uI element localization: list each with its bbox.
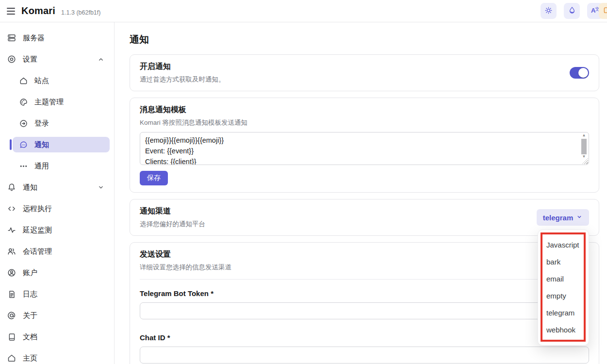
droplet-icon <box>568 6 576 16</box>
bot-token-label: Telegram Bot Token * <box>140 289 589 298</box>
scroll-down-icon[interactable]: ▼ <box>582 154 586 159</box>
bot-token-input[interactable] <box>140 302 589 319</box>
sidebar-item-label: 登录 <box>34 119 49 128</box>
selected-channel-value: telegram <box>543 214 574 222</box>
chevron-down-icon <box>576 214 583 222</box>
sidebar-item-settings[interactable]: 设置 <box>4 51 110 67</box>
sidebar-item-latency[interactable]: 延迟监测 <box>4 222 110 238</box>
app-header: Komari 1.1.3 (b62fb1f) A 文 <box>0 0 607 22</box>
sidebar-item-logs[interactable]: 日志 <box>4 286 110 302</box>
save-button[interactable]: 保存 <box>140 171 168 185</box>
account-circle-icon <box>7 268 16 278</box>
orange-partial-icon <box>603 6 607 16</box>
textarea-scrollbar[interactable]: ▲ ▼ <box>580 133 588 164</box>
sidebar-item-label: 主页 <box>23 354 37 363</box>
toggle-knob <box>578 68 588 78</box>
sidebar-item-label: 通知 <box>23 183 37 192</box>
channel-option-webhook[interactable]: webhook <box>538 321 589 338</box>
channel-option-bark[interactable]: bark <box>538 253 589 270</box>
channel-option-javascript[interactable]: Javascript <box>538 236 589 253</box>
sidebar-item-label: 通知 <box>34 140 49 149</box>
template-card-subtitle: Komari 将按照消息通知模板发送通知 <box>140 118 589 127</box>
settings-icon <box>7 54 16 64</box>
server-icon <box>7 33 16 43</box>
sidebar-item-label: 主题管理 <box>34 98 64 107</box>
sidebar-item-theme[interactable]: 主题管理 <box>13 94 110 110</box>
sidebar-item-notify-section[interactable]: 通知 <box>4 180 110 195</box>
home-icon <box>18 76 28 85</box>
send-card-subtitle: 详细设置您选择的信息发送渠道 <box>140 263 589 272</box>
page-title: 通知 <box>130 33 599 46</box>
users-icon <box>7 247 16 256</box>
channel-dropdown: telegram Javascript bark email empty tel… <box>537 209 589 226</box>
channel-dropdown-menu: Javascript bark email empty telegram web… <box>538 230 589 346</box>
code-icon <box>7 204 16 214</box>
scroll-up-icon[interactable]: ▲ <box>582 133 586 138</box>
app-version: 1.1.3 (b62fb1f) <box>61 9 100 16</box>
book-icon <box>7 332 16 342</box>
activity-icon <box>7 225 16 235</box>
template-textarea[interactable]: {{emoji}}{{emoji}}{{emoji}} Event: {{eve… <box>140 132 589 165</box>
home-icon <box>7 353 16 363</box>
send-card-title: 发送设置 <box>140 249 589 260</box>
appearance-color-button[interactable] <box>564 3 580 19</box>
sidebar-item-label: 站点 <box>34 76 49 85</box>
bell-icon <box>7 182 16 192</box>
sidebar-item-label: 远程执行 <box>23 204 52 214</box>
channel-option-email[interactable]: email <box>538 270 589 287</box>
app-title: Komari <box>21 5 55 17</box>
enable-notifications-toggle[interactable] <box>570 67 589 79</box>
channel-card-title: 通知渠道 <box>140 206 205 216</box>
theme-light-button[interactable] <box>541 3 557 19</box>
chevron-up-icon <box>97 55 105 63</box>
menu-toggle-icon[interactable] <box>4 4 17 18</box>
notification-channel-card: 通知渠道 选择您偏好的通知平台 telegram Javascript bark… <box>130 199 599 236</box>
login-arrow-icon <box>18 118 28 128</box>
channel-select-trigger[interactable]: telegram <box>537 209 589 226</box>
sidebar-item-label: 关于 <box>23 311 37 320</box>
chevron-down-icon <box>97 183 105 191</box>
sidebar-item-remote-exec[interactable]: 远程执行 <box>4 201 110 216</box>
sidebar-item-site[interactable]: 站点 <box>13 73 110 88</box>
scrollbar-thumb[interactable] <box>581 139 587 154</box>
sidebar-item-sessions[interactable]: 会话管理 <box>4 244 110 259</box>
sidebar-item-label: 延迟监测 <box>23 226 52 235</box>
send-settings-card: 发送设置 详细设置您选择的信息发送渠道 Telegram Bot Token *… <box>130 242 599 364</box>
divider <box>140 279 589 280</box>
enable-notifications-card: 开启通知 通过首选方式获取及时通知。 <box>130 54 599 91</box>
sidebar-item-label: 会话管理 <box>23 247 52 256</box>
sidebar: 服务器 设置 站点 <box>0 22 115 364</box>
sidebar-item-docs[interactable]: 文档 <box>4 329 110 345</box>
header-actions: A 文 <box>541 3 603 19</box>
chat-bubble-icon <box>18 140 28 149</box>
sidebar-item-account[interactable]: 账户 <box>4 265 110 281</box>
sidebar-item-notifications[interactable]: 通知 <box>13 137 110 152</box>
channel-option-empty[interactable]: empty <box>538 287 589 304</box>
main-content: 通知 开启通知 通过首选方式获取及时通知。 消息通知模板 Komari 将按照消… <box>115 22 607 364</box>
sidebar-item-general[interactable]: 通用 <box>13 158 110 174</box>
enable-card-subtitle: 通过首选方式获取及时通知。 <box>140 75 225 84</box>
sun-icon <box>544 6 553 16</box>
sidebar-item-login[interactable]: 登录 <box>13 116 110 131</box>
sidebar-item-homepage[interactable]: 主页 <box>4 350 110 364</box>
sidebar-item-label: 通用 <box>34 162 49 171</box>
log-file-icon <box>7 289 16 299</box>
template-card-title: 消息通知模板 <box>140 105 589 115</box>
chat-id-label: Chat ID * <box>140 333 589 342</box>
sidebar-item-label: 账户 <box>23 268 37 278</box>
message-template-card: 消息通知模板 Komari 将按照消息通知模板发送通知 {{emoji}}{{e… <box>130 98 599 193</box>
channel-card-subtitle: 选择您偏好的通知平台 <box>140 220 205 229</box>
sidebar-item-label: 日志 <box>23 290 37 299</box>
account-session-button[interactable] <box>599 3 607 19</box>
channel-option-telegram[interactable]: telegram <box>538 304 589 321</box>
enable-card-title: 开启通知 <box>140 62 225 72</box>
chat-id-input[interactable] <box>140 347 589 364</box>
sidebar-item-servers[interactable]: 服务器 <box>4 30 110 46</box>
sidebar-item-label: 设置 <box>23 55 37 64</box>
ellipsis-icon <box>18 161 28 171</box>
sidebar-item-label: 服务器 <box>23 33 45 43</box>
sidebar-item-label: 文档 <box>23 332 37 342</box>
palette-icon <box>18 97 28 107</box>
sidebar-item-about[interactable]: 关于 <box>4 308 110 323</box>
at-sign-icon <box>7 311 16 320</box>
